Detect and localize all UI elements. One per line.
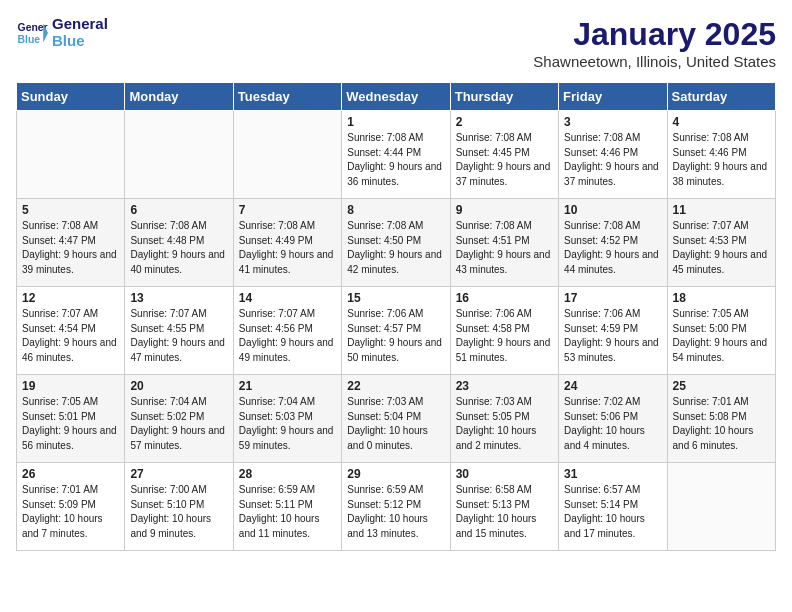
day-number: 26 xyxy=(22,467,119,481)
day-info: Sunrise: 7:06 AM Sunset: 4:59 PM Dayligh… xyxy=(564,307,661,365)
calendar-day-cell: 17Sunrise: 7:06 AM Sunset: 4:59 PM Dayli… xyxy=(559,287,667,375)
calendar-day-cell: 9Sunrise: 7:08 AM Sunset: 4:51 PM Daylig… xyxy=(450,199,558,287)
day-info: Sunrise: 7:08 AM Sunset: 4:45 PM Dayligh… xyxy=(456,131,553,189)
day-info: Sunrise: 7:08 AM Sunset: 4:49 PM Dayligh… xyxy=(239,219,336,277)
day-number: 21 xyxy=(239,379,336,393)
day-number: 19 xyxy=(22,379,119,393)
calendar-week-row: 26Sunrise: 7:01 AM Sunset: 5:09 PM Dayli… xyxy=(17,463,776,551)
logo-general: General xyxy=(52,16,108,33)
calendar-day-cell: 1Sunrise: 7:08 AM Sunset: 4:44 PM Daylig… xyxy=(342,111,450,199)
day-info: Sunrise: 7:08 AM Sunset: 4:48 PM Dayligh… xyxy=(130,219,227,277)
calendar-week-row: 12Sunrise: 7:07 AM Sunset: 4:54 PM Dayli… xyxy=(17,287,776,375)
calendar-table: SundayMondayTuesdayWednesdayThursdayFrid… xyxy=(16,82,776,551)
day-info: Sunrise: 7:08 AM Sunset: 4:51 PM Dayligh… xyxy=(456,219,553,277)
calendar-day-cell: 7Sunrise: 7:08 AM Sunset: 4:49 PM Daylig… xyxy=(233,199,341,287)
day-number: 4 xyxy=(673,115,770,129)
day-number: 6 xyxy=(130,203,227,217)
day-number: 14 xyxy=(239,291,336,305)
day-info: Sunrise: 7:04 AM Sunset: 5:03 PM Dayligh… xyxy=(239,395,336,453)
day-number: 30 xyxy=(456,467,553,481)
calendar-day-cell: 4Sunrise: 7:08 AM Sunset: 4:46 PM Daylig… xyxy=(667,111,775,199)
weekday-header: Monday xyxy=(125,83,233,111)
calendar-day-cell: 23Sunrise: 7:03 AM Sunset: 5:05 PM Dayli… xyxy=(450,375,558,463)
day-number: 31 xyxy=(564,467,661,481)
day-number: 18 xyxy=(673,291,770,305)
day-info: Sunrise: 7:00 AM Sunset: 5:10 PM Dayligh… xyxy=(130,483,227,541)
calendar-day-cell: 11Sunrise: 7:07 AM Sunset: 4:53 PM Dayli… xyxy=(667,199,775,287)
calendar-subtitle: Shawneetown, Illinois, United States xyxy=(533,53,776,70)
day-number: 3 xyxy=(564,115,661,129)
day-info: Sunrise: 7:05 AM Sunset: 5:01 PM Dayligh… xyxy=(22,395,119,453)
day-info: Sunrise: 7:05 AM Sunset: 5:00 PM Dayligh… xyxy=(673,307,770,365)
day-number: 16 xyxy=(456,291,553,305)
day-info: Sunrise: 7:08 AM Sunset: 4:52 PM Dayligh… xyxy=(564,219,661,277)
svg-text:Blue: Blue xyxy=(18,33,41,44)
day-info: Sunrise: 7:08 AM Sunset: 4:46 PM Dayligh… xyxy=(673,131,770,189)
logo: General Blue General Blue xyxy=(16,16,108,49)
day-info: Sunrise: 7:03 AM Sunset: 5:05 PM Dayligh… xyxy=(456,395,553,453)
day-info: Sunrise: 6:59 AM Sunset: 5:11 PM Dayligh… xyxy=(239,483,336,541)
day-info: Sunrise: 7:02 AM Sunset: 5:06 PM Dayligh… xyxy=(564,395,661,453)
day-info: Sunrise: 7:03 AM Sunset: 5:04 PM Dayligh… xyxy=(347,395,444,453)
day-number: 7 xyxy=(239,203,336,217)
day-number: 23 xyxy=(456,379,553,393)
weekday-header: Wednesday xyxy=(342,83,450,111)
day-info: Sunrise: 7:07 AM Sunset: 4:56 PM Dayligh… xyxy=(239,307,336,365)
day-info: Sunrise: 7:08 AM Sunset: 4:47 PM Dayligh… xyxy=(22,219,119,277)
day-info: Sunrise: 7:07 AM Sunset: 4:53 PM Dayligh… xyxy=(673,219,770,277)
calendar-week-row: 1Sunrise: 7:08 AM Sunset: 4:44 PM Daylig… xyxy=(17,111,776,199)
day-info: Sunrise: 7:04 AM Sunset: 5:02 PM Dayligh… xyxy=(130,395,227,453)
calendar-day-cell xyxy=(233,111,341,199)
day-number: 28 xyxy=(239,467,336,481)
calendar-day-cell: 3Sunrise: 7:08 AM Sunset: 4:46 PM Daylig… xyxy=(559,111,667,199)
calendar-week-row: 5Sunrise: 7:08 AM Sunset: 4:47 PM Daylig… xyxy=(17,199,776,287)
title-block: January 2025 Shawneetown, Illinois, Unit… xyxy=(533,16,776,70)
day-info: Sunrise: 6:57 AM Sunset: 5:14 PM Dayligh… xyxy=(564,483,661,541)
day-info: Sunrise: 7:07 AM Sunset: 4:54 PM Dayligh… xyxy=(22,307,119,365)
day-number: 25 xyxy=(673,379,770,393)
calendar-day-cell: 25Sunrise: 7:01 AM Sunset: 5:08 PM Dayli… xyxy=(667,375,775,463)
calendar-day-cell: 24Sunrise: 7:02 AM Sunset: 5:06 PM Dayli… xyxy=(559,375,667,463)
calendar-day-cell: 5Sunrise: 7:08 AM Sunset: 4:47 PM Daylig… xyxy=(17,199,125,287)
page-header: General Blue General Blue January 2025 S… xyxy=(16,16,776,70)
weekday-header: Saturday xyxy=(667,83,775,111)
day-number: 1 xyxy=(347,115,444,129)
calendar-day-cell: 16Sunrise: 7:06 AM Sunset: 4:58 PM Dayli… xyxy=(450,287,558,375)
calendar-day-cell: 20Sunrise: 7:04 AM Sunset: 5:02 PM Dayli… xyxy=(125,375,233,463)
day-number: 9 xyxy=(456,203,553,217)
day-info: Sunrise: 7:06 AM Sunset: 4:58 PM Dayligh… xyxy=(456,307,553,365)
calendar-day-cell xyxy=(17,111,125,199)
day-number: 29 xyxy=(347,467,444,481)
calendar-day-cell: 14Sunrise: 7:07 AM Sunset: 4:56 PM Dayli… xyxy=(233,287,341,375)
day-info: Sunrise: 7:01 AM Sunset: 5:09 PM Dayligh… xyxy=(22,483,119,541)
day-info: Sunrise: 7:08 AM Sunset: 4:44 PM Dayligh… xyxy=(347,131,444,189)
weekday-header: Tuesday xyxy=(233,83,341,111)
calendar-day-cell: 22Sunrise: 7:03 AM Sunset: 5:04 PM Dayli… xyxy=(342,375,450,463)
day-info: Sunrise: 7:08 AM Sunset: 4:46 PM Dayligh… xyxy=(564,131,661,189)
day-number: 8 xyxy=(347,203,444,217)
day-number: 20 xyxy=(130,379,227,393)
calendar-day-cell: 30Sunrise: 6:58 AM Sunset: 5:13 PM Dayli… xyxy=(450,463,558,551)
calendar-day-cell: 27Sunrise: 7:00 AM Sunset: 5:10 PM Dayli… xyxy=(125,463,233,551)
calendar-day-cell xyxy=(125,111,233,199)
day-number: 2 xyxy=(456,115,553,129)
calendar-title: January 2025 xyxy=(533,16,776,53)
day-number: 24 xyxy=(564,379,661,393)
day-info: Sunrise: 7:08 AM Sunset: 4:50 PM Dayligh… xyxy=(347,219,444,277)
calendar-day-cell: 31Sunrise: 6:57 AM Sunset: 5:14 PM Dayli… xyxy=(559,463,667,551)
day-number: 12 xyxy=(22,291,119,305)
day-number: 22 xyxy=(347,379,444,393)
day-number: 27 xyxy=(130,467,227,481)
day-info: Sunrise: 6:59 AM Sunset: 5:12 PM Dayligh… xyxy=(347,483,444,541)
logo-icon: General Blue xyxy=(16,17,48,49)
calendar-day-cell: 12Sunrise: 7:07 AM Sunset: 4:54 PM Dayli… xyxy=(17,287,125,375)
calendar-week-row: 19Sunrise: 7:05 AM Sunset: 5:01 PM Dayli… xyxy=(17,375,776,463)
day-number: 5 xyxy=(22,203,119,217)
day-info: Sunrise: 6:58 AM Sunset: 5:13 PM Dayligh… xyxy=(456,483,553,541)
calendar-day-cell: 19Sunrise: 7:05 AM Sunset: 5:01 PM Dayli… xyxy=(17,375,125,463)
day-number: 17 xyxy=(564,291,661,305)
weekday-header: Thursday xyxy=(450,83,558,111)
calendar-day-cell: 15Sunrise: 7:06 AM Sunset: 4:57 PM Dayli… xyxy=(342,287,450,375)
calendar-day-cell: 26Sunrise: 7:01 AM Sunset: 5:09 PM Dayli… xyxy=(17,463,125,551)
calendar-day-cell: 28Sunrise: 6:59 AM Sunset: 5:11 PM Dayli… xyxy=(233,463,341,551)
